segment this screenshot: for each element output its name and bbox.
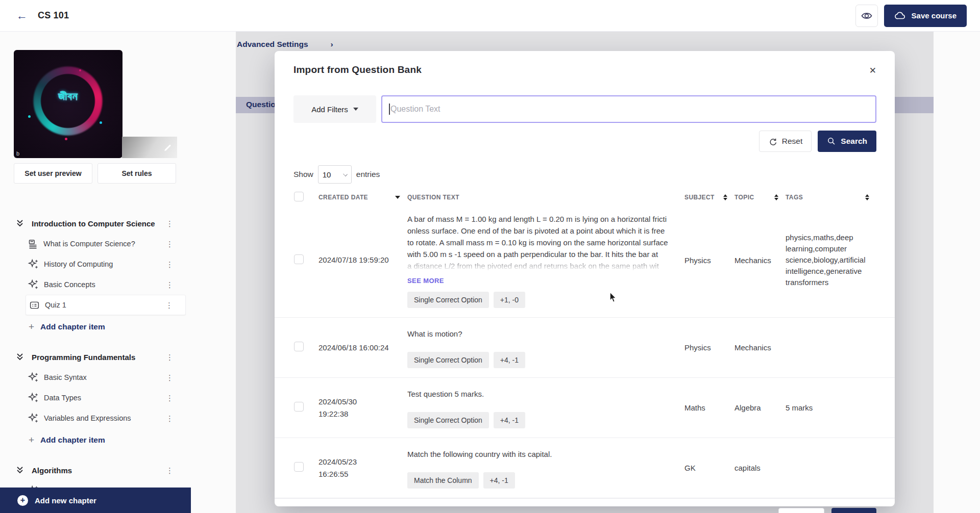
topic-cell: Mechanics — [734, 343, 786, 352]
text-caret — [389, 104, 390, 115]
ai-sparkle-icon — [28, 372, 39, 383]
set-rules-button[interactable]: Set rules — [97, 163, 176, 184]
row-checkbox[interactable] — [294, 254, 304, 264]
question-badges: Single Correct Option+4, -1 — [407, 412, 672, 428]
question-line: with 5.00 m s -1 speed on a path perpend… — [407, 248, 672, 260]
sort-icon[interactable] — [774, 194, 778, 200]
subject-cell: Maths — [684, 403, 734, 412]
chapter-header[interactable]: Programming Fundamentals⋮ — [0, 347, 191, 367]
column-header-subject[interactable]: SUBJECT — [684, 194, 734, 201]
sort-desc-icon[interactable] — [395, 196, 400, 199]
pencil-icon[interactable] — [163, 143, 172, 152]
kebab-menu-icon[interactable]: ⋮ — [163, 351, 177, 363]
kebab-menu-icon[interactable]: ⋮ — [163, 413, 177, 424]
badge: +4, -1 — [494, 412, 525, 428]
kebab-menu-icon[interactable]: ⋮ — [163, 392, 177, 404]
sort-icon[interactable] — [865, 194, 869, 200]
add-chapter-item-button[interactable]: +Add chapter item — [0, 315, 191, 340]
column-header-created-date[interactable]: CREATED DATE — [318, 194, 407, 201]
save-course-label: Save course — [912, 11, 957, 20]
chapter-item-label: Basic Syntax — [44, 373, 87, 381]
kebab-menu-icon[interactable]: ⋮ — [163, 279, 177, 291]
chapter-item[interactable]: Basic Concepts⋮ — [0, 274, 191, 295]
tags-cell: 5 marks — [786, 402, 876, 414]
kebab-menu-icon[interactable]: ⋮ — [163, 372, 177, 383]
column-header-topic[interactable]: TOPIC — [734, 194, 786, 201]
add-new-chapter-button[interactable]: + Add new chapter — [0, 488, 191, 513]
select-all-checkbox[interactable] — [294, 192, 304, 201]
chapter-section: Introduction to Computer Science⋮What is… — [0, 213, 191, 340]
preview-button[interactable] — [855, 5, 878, 27]
kebab-menu-icon[interactable]: ⋮ — [162, 299, 176, 311]
chapter-section: Programming Fundamentals⋮Basic Syntax⋮Da… — [0, 347, 191, 453]
page-size-select[interactable]: 10 — [318, 165, 352, 184]
add-filters-dropdown[interactable]: Add Filters — [293, 95, 376, 123]
add-chapter-item-label: Add chapter item — [40, 435, 105, 445]
thumbnail-dot — [79, 69, 81, 71]
cloud-icon — [894, 10, 906, 22]
thumbnail-text: জীবন — [14, 90, 122, 103]
chapter-item[interactable]: History of Computing⋮ — [0, 254, 191, 274]
chapter-tree: Introduction to Computer Science⋮What is… — [0, 213, 191, 508]
subject-cell: Physics — [684, 343, 734, 352]
chapter-item[interactable]: What is Computer Science?⋮ — [0, 234, 191, 254]
see-more-link[interactable]: SEE MORE — [407, 277, 672, 285]
chevron-down-icon — [343, 172, 348, 176]
add-filters-label: Add Filters — [311, 105, 348, 114]
column-header-label: CREATED DATE — [318, 194, 368, 201]
question-table: 2024/07/18 19:59:20A bar of mass M = 1.0… — [275, 203, 895, 498]
question-line: onless surface. One end of the bar is pi… — [407, 225, 672, 237]
kebab-menu-icon[interactable]: ⋮ — [163, 259, 177, 270]
save-course-button[interactable]: Save course — [884, 5, 967, 27]
kebab-menu-icon[interactable]: ⋮ — [163, 465, 177, 476]
chapter-item[interactable]: Quiz 1⋮ — [26, 295, 186, 315]
chapter-header[interactable]: Introduction to Computer Science⋮ — [0, 213, 191, 234]
subject-cell: GK — [684, 464, 734, 472]
chapter-title: Algorithms — [32, 466, 72, 475]
chapter-header[interactable]: Algorithms⋮ — [0, 460, 191, 480]
reset-label: Reset — [782, 137, 803, 146]
question-badges: Single Correct Option+4, -1 — [407, 352, 672, 368]
top-bar: ← CS 101 Save course — [0, 0, 980, 32]
column-header-label: TOPIC — [734, 194, 754, 201]
course-thumbnail[interactable]: জীবন b — [14, 50, 122, 158]
chapter-item[interactable]: Variables and Expressions⋮ — [0, 408, 191, 428]
column-header-label: QUESTION TEXT — [407, 194, 459, 201]
plus-circle-icon: + — [17, 495, 28, 506]
badge: +1, -0 — [494, 292, 525, 308]
question-badges: Single Correct Option+1, -0 — [407, 292, 672, 308]
close-icon[interactable]: ✕ — [866, 64, 879, 77]
table-header: CREATED DATEQUESTION TEXTSUBJECTTOPICTAG… — [275, 192, 895, 203]
import-button[interactable]: Import — [831, 508, 876, 513]
question-line: A bar of mass M = 1.00 kg and length L =… — [407, 213, 672, 225]
search-button[interactable]: Search — [818, 131, 876, 152]
course-title: CS 101 — [38, 10, 69, 21]
tags-cell: physics,maths,deep learning,computer sci… — [786, 232, 876, 288]
row-checkbox[interactable] — [294, 402, 304, 412]
row-checkbox[interactable] — [294, 342, 304, 351]
cancel-button[interactable]: Cancel — [778, 508, 824, 513]
table-row: 2024/05/3019:22:38Test question 5 marks.… — [275, 378, 895, 438]
set-user-preview-button[interactable]: Set user preview — [14, 163, 92, 184]
column-header-tags[interactable]: TAGS — [786, 194, 876, 201]
page-size-value: 10 — [323, 170, 331, 179]
row-checkbox-cell — [294, 402, 318, 414]
chevrons-down-icon — [15, 353, 24, 361]
created-date-cell: 2024/05/3019:22:38 — [318, 396, 407, 420]
thumbnail-watermark: b — [16, 150, 19, 157]
add-chapter-item-button[interactable]: +Add chapter item — [0, 428, 191, 453]
kebab-menu-icon[interactable]: ⋮ — [163, 218, 177, 229]
back-button[interactable]: ← — [13, 7, 31, 24]
ai-sparkle-icon — [28, 413, 39, 424]
column-header-label: TAGS — [786, 194, 803, 201]
chapter-item[interactable]: Basic Syntax⋮ — [0, 367, 191, 388]
chevron-down-icon — [353, 108, 358, 111]
row-checkbox[interactable] — [294, 462, 304, 472]
kebab-menu-icon[interactable]: ⋮ — [163, 238, 177, 250]
question-text-input[interactable] — [381, 95, 876, 123]
question-text-cell: Test question 5 marks.Single Correct Opt… — [407, 378, 684, 438]
reset-button[interactable]: Reset — [759, 131, 812, 152]
chapter-title: Introduction to Computer Science — [32, 219, 155, 228]
chapter-item[interactable]: Data Types⋮ — [0, 388, 191, 408]
sort-icon[interactable] — [723, 194, 727, 200]
